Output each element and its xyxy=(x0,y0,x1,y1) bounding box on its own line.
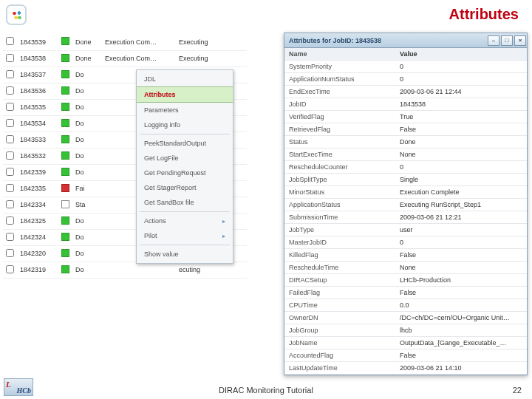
row-checkbox[interactable] xyxy=(6,119,14,127)
status-text: Done xyxy=(72,50,102,66)
attr-value: 0 xyxy=(395,163,527,171)
attribute-row[interactable]: FailedFlagFalse xyxy=(284,287,527,299)
status-icon xyxy=(61,216,69,225)
menu-item[interactable]: JDL xyxy=(137,72,233,86)
attribute-row[interactable]: SystemPriority0 xyxy=(284,61,527,73)
status-icon xyxy=(61,184,69,192)
attribute-row[interactable]: VerifiedFlagTrue xyxy=(284,111,527,123)
attribute-row[interactable]: DIRACSetupLHCb-Production xyxy=(284,274,527,287)
row-checkbox[interactable] xyxy=(6,103,14,111)
menu-item[interactable]: Get StagerReport xyxy=(137,180,233,195)
menu-item[interactable]: Get SandBox file xyxy=(137,195,233,210)
attr-name: SystemPriority xyxy=(284,63,395,70)
stage: 1843539DoneExecution Com…Executing184353… xyxy=(0,30,532,381)
attributes-header: Name Value xyxy=(284,48,527,61)
job-id: 1842339 xyxy=(17,164,58,180)
menu-item[interactable]: Show value xyxy=(137,247,233,262)
attr-value: False xyxy=(395,126,527,133)
attr-name: JobName xyxy=(284,339,395,347)
menu-item[interactable]: Actions▸ xyxy=(137,214,233,228)
attribute-row[interactable]: CPUTime0.0 xyxy=(284,299,527,312)
minor-status: Execution Com… xyxy=(102,50,176,66)
attr-name: JobType xyxy=(284,226,395,233)
attribute-row[interactable]: RetrievedFlagFalse xyxy=(284,123,527,136)
row-checkbox[interactable] xyxy=(6,151,14,160)
attr-value: 2009-03-06 21 12:44 xyxy=(395,88,527,95)
menu-item[interactable]: Pilot▸ xyxy=(137,228,233,243)
menu-item[interactable]: Get PendingRequest xyxy=(137,166,233,180)
attribute-row[interactable]: JobTypeuser xyxy=(284,224,527,236)
status-icon xyxy=(61,233,69,241)
attribute-row[interactable]: EndExecTime2009-03-06 21 12:44 xyxy=(284,86,527,98)
context-menu: JDLAttributesParametersLogging infoPeekS… xyxy=(136,69,233,264)
menu-item[interactable]: Logging info xyxy=(137,117,233,132)
attribute-row[interactable]: AccountedFlagFalse xyxy=(284,349,527,362)
attribute-row[interactable]: MinorStatusExecution Complete xyxy=(284,186,527,199)
menu-item[interactable]: Parameters xyxy=(137,103,233,117)
job-id: 1843533 xyxy=(17,132,58,148)
status-text: Do xyxy=(72,132,102,148)
attribute-row[interactable]: JobID1843538 xyxy=(284,98,527,111)
footer: LHCb DIRAC Monitoring Tutorial 22 xyxy=(0,381,532,399)
attr-name: StartExecTime xyxy=(284,151,395,158)
attr-value: 1843538 xyxy=(395,100,527,108)
menu-item[interactable]: PeekStandardOutput xyxy=(137,136,233,151)
table-row[interactable]: 1842319Doecuting xyxy=(3,262,247,278)
attr-name: RetrievedFlag xyxy=(284,126,395,133)
attribute-row[interactable]: RescheduleCounter0 xyxy=(284,161,527,174)
attr-name: JobID xyxy=(284,100,395,108)
attribute-row[interactable]: JobSplitTypeSingle xyxy=(284,174,527,186)
maximize-button[interactable]: □ xyxy=(501,35,513,46)
attribute-row[interactable]: RescheduleTimeNone xyxy=(284,262,527,274)
job-id: 1842334 xyxy=(17,197,58,213)
status-text: Fai xyxy=(72,180,102,197)
row-checkbox[interactable] xyxy=(6,233,14,241)
attr-name: OwnerDN xyxy=(284,314,395,321)
col-name[interactable]: Name xyxy=(284,50,395,58)
job-id: 1842335 xyxy=(17,180,58,197)
menu-item-label: Get StagerReport xyxy=(144,184,197,191)
attr-value: False xyxy=(395,251,527,259)
menu-item[interactable]: Attributes xyxy=(137,86,233,103)
attr-name: JobSplitType xyxy=(284,176,395,183)
row-checkbox[interactable] xyxy=(6,54,14,62)
attribute-row[interactable]: ApplicationNumStatus0 xyxy=(284,73,527,86)
row-checkbox[interactable] xyxy=(6,168,14,176)
row-checkbox[interactable] xyxy=(6,200,14,208)
row-checkbox[interactable] xyxy=(6,70,14,78)
status-icon xyxy=(61,151,69,160)
menu-item-label: Pilot xyxy=(144,232,157,239)
window-titlebar[interactable]: Attributes for JobID: 1843538 – □ × xyxy=(284,33,527,48)
table-row[interactable]: 1843539DoneExecution Com…Executing xyxy=(3,34,247,50)
attribute-row[interactable]: ApplicationStatusExecuting RunScript_Ste… xyxy=(284,199,527,211)
table-row[interactable]: 1843538DoneExecution Com…Executing xyxy=(3,50,247,66)
col-value[interactable]: Value xyxy=(395,50,527,58)
minor-status xyxy=(102,262,176,278)
row-checkbox[interactable] xyxy=(6,184,14,192)
attribute-row[interactable]: KilledFlagFalse xyxy=(284,249,527,262)
attribute-row[interactable]: JobNameOutputData_{Gange_Executable_… xyxy=(284,337,527,349)
row-checkbox[interactable] xyxy=(6,249,14,257)
attribute-row[interactable]: StatusDone xyxy=(284,136,527,149)
row-checkbox[interactable] xyxy=(6,216,14,225)
lhcb-logo: LHCb xyxy=(4,378,33,396)
row-checkbox[interactable] xyxy=(6,135,14,143)
row-checkbox[interactable] xyxy=(6,265,14,273)
attribute-row[interactable]: JobGrouplhcb xyxy=(284,324,527,337)
status-text: Do xyxy=(72,229,102,245)
attr-name: EndExecTime xyxy=(284,88,395,95)
job-id: 1843534 xyxy=(17,115,58,132)
menu-item[interactable]: Get LogFile xyxy=(137,151,233,166)
row-checkbox[interactable] xyxy=(6,37,14,45)
attribute-row[interactable]: MasterJobID0 xyxy=(284,236,527,249)
attr-value: OutputData_{Gange_Executable_… xyxy=(395,339,527,347)
attribute-row[interactable]: SubmissionTime2009-03-06 21 12:21 xyxy=(284,211,527,224)
row-checkbox[interactable] xyxy=(6,86,14,95)
attribute-row[interactable]: LastUpdateTime2009-03-06 21 14:10 xyxy=(284,362,527,375)
status-icon xyxy=(61,86,69,95)
minimize-button[interactable]: – xyxy=(488,35,499,46)
close-button[interactable]: × xyxy=(514,35,526,46)
attribute-row[interactable]: OwnerDN/DC=ch/DC=cern/OU=Organic Unit… xyxy=(284,312,527,324)
attr-value: Single xyxy=(395,176,527,183)
attribute-row[interactable]: StartExecTimeNone xyxy=(284,149,527,161)
